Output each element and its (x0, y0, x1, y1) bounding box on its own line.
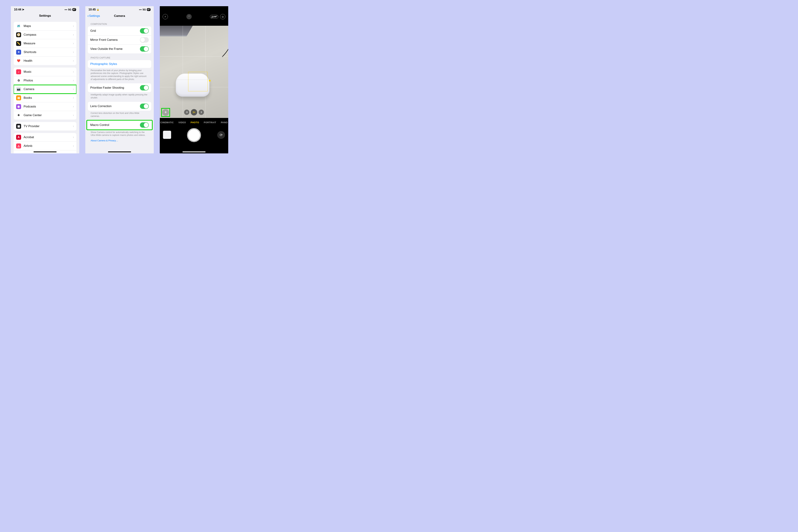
settings-row-tv-provider[interactable]: ▦TV Provider› (14, 122, 76, 131)
flash-off-icon: ⚡︎ (165, 15, 166, 18)
mode-photo[interactable]: PHOTO (191, 121, 199, 124)
chevron-right-icon: › (73, 59, 74, 63)
row-label: Grid (90, 29, 140, 33)
settings-group-utilities: 🗺️Maps›🧭Compass›📏Measure›✦Shortcuts›❤️He… (14, 22, 76, 65)
chevron-right-icon: › (73, 79, 74, 82)
section-header-composition: COMPOSITION (85, 20, 154, 26)
row-label: Measure (24, 42, 73, 45)
row-macro-control[interactable]: Macro Control (88, 120, 151, 130)
flash-off-button[interactable]: ⚡︎ (163, 14, 168, 19)
settings-row-shortcuts[interactable]: ✦Shortcuts› (14, 48, 76, 57)
focus-indicator[interactable] (188, 72, 208, 91)
footer-styles: Personalise the look of your photos by b… (85, 68, 154, 81)
mode-portrait[interactable]: PORTRAIT (204, 121, 216, 124)
row-label: Photographic Styles (90, 62, 117, 66)
row-label: Books (24, 96, 73, 100)
last-photo-thumbnail[interactable] (163, 131, 171, 139)
settings-row-compass[interactable]: 🧭Compass› (14, 31, 76, 39)
home-indicator[interactable] (108, 151, 131, 152)
toggle-mirror[interactable] (140, 37, 149, 42)
photos-icon: ✿ (16, 78, 21, 83)
row-label: Airbnb (24, 144, 73, 148)
expand-controls-button[interactable]: ⌃ (186, 14, 192, 19)
row-photographic-styles[interactable]: Photographic Styles (88, 60, 151, 68)
row-label: Game Center (24, 114, 73, 117)
camera-mode-selector[interactable]: CINEMATIC VIDEO PHOTO PORTRAIT PANO (160, 119, 228, 126)
toggle-lens[interactable] (140, 103, 149, 109)
row-lens-correction[interactable]: Lens Correction (88, 102, 151, 111)
chevron-right-icon: › (73, 113, 74, 117)
row-view-outside[interactable]: View Outside the Frame (88, 44, 151, 53)
settings-row-game-center[interactable]: ❖Game Center› (14, 111, 76, 119)
acrobat-icon: A (16, 135, 21, 140)
zoom-1x[interactable]: 1× (191, 109, 197, 115)
exposure-sun-icon[interactable] (209, 80, 211, 81)
row-label: TV Provider (24, 125, 73, 128)
footer-faster: Intelligently adapt image quality when r… (85, 92, 154, 99)
toggle-faster[interactable] (140, 85, 149, 91)
live-photo-off-button[interactable]: ◎ (220, 14, 225, 19)
maps-icon: 🗺️ (16, 24, 21, 28)
zoom-0-5x[interactable]: .5 (184, 110, 189, 115)
status-time: 10:44 (14, 8, 21, 11)
row-label: Mirror Front Camera (90, 38, 140, 42)
chevron-right-icon: › (73, 144, 74, 148)
settings-row-camera[interactable]: 📷Camera› (14, 85, 76, 94)
home-indicator[interactable] (183, 151, 206, 152)
zoom-3x[interactable]: 3 (198, 110, 204, 115)
network-label: 5G (68, 8, 72, 11)
camera-icon: 📷 (16, 87, 21, 92)
settings-row-airbnb[interactable]: ◬Airbnb› (14, 142, 76, 150)
mode-video[interactable]: VIDEO (178, 121, 186, 124)
settings-group-media: ♪Music›✿Photos›📷Camera›▤Books›◉Podcasts›… (14, 68, 76, 119)
macro-flower-icon: ⚘ (164, 111, 167, 114)
zoom-selector[interactable]: .5 1× 3 (184, 109, 204, 115)
row-label: Camera (24, 88, 73, 91)
row-label: Macro Control (90, 123, 140, 127)
settings-row-podcasts[interactable]: ◉Podcasts› (14, 102, 76, 111)
row-label: Photos (24, 79, 73, 82)
status-bar: 10:44 ➤ ▪▪▪ 5G 87 (11, 6, 79, 11)
location-icon: ➤ (22, 8, 24, 11)
section-header-capture: PHOTO CAPTURE (85, 53, 154, 60)
macro-mode-button[interactable]: ⚘ (162, 109, 169, 116)
row-label: Music (24, 70, 73, 74)
camera-viewfinder[interactable]: ⚘ .5 1× 3 (160, 26, 228, 118)
macro-control-group: Macro Control (88, 120, 151, 130)
camera-top-bar: ⚡︎ ⌃ RAW ◎ (160, 6, 228, 26)
toggle-view-outside[interactable] (140, 46, 149, 52)
settings-row-health[interactable]: ❤️Health› (14, 57, 76, 65)
camera-bottom-bar: ⟳ (160, 126, 228, 152)
raw-toggle-button[interactable]: RAW (210, 15, 218, 18)
battery-level: 87 (72, 8, 76, 11)
mode-cinematic[interactable]: CINEMATIC (160, 121, 174, 124)
chevron-right-icon: › (73, 96, 74, 100)
chevron-right-icon: › (73, 41, 74, 45)
settings-row-photos[interactable]: ✿Photos› (14, 76, 76, 85)
mode-pano[interactable]: PANO (221, 121, 228, 124)
settings-row-maps[interactable]: 🗺️Maps› (14, 22, 76, 31)
row-faster-shooting[interactable]: Prioritise Faster Shooting (88, 83, 151, 92)
home-indicator[interactable] (34, 151, 57, 152)
faster-shooting-group: Prioritise Faster Shooting (88, 83, 151, 92)
switch-camera-button[interactable]: ⟳ (217, 131, 225, 139)
game-center-icon: ❖ (16, 113, 21, 118)
row-grid[interactable]: Grid (88, 26, 151, 36)
row-mirror-front[interactable]: Mirror Front Camera (88, 36, 151, 44)
privacy-link[interactable]: About Camera & Privacy… (85, 137, 154, 144)
settings-row-measure[interactable]: 📏Measure› (14, 39, 76, 48)
page-title: Camera (85, 14, 154, 18)
tv-provider-icon: ▦ (16, 124, 21, 129)
settings-row-acrobat[interactable]: AAcrobat› (14, 133, 76, 142)
health-icon: ❤️ (16, 58, 21, 63)
settings-row-music[interactable]: ♪Music› (14, 68, 76, 76)
toggle-macro[interactable] (140, 122, 149, 128)
airbnb-icon: ◬ (16, 144, 21, 148)
shutter-button[interactable] (188, 129, 200, 141)
photographic-styles-group: Photographic Styles (88, 60, 151, 68)
row-label: Maps (24, 24, 73, 28)
podcasts-icon: ◉ (16, 104, 21, 109)
row-label: Lens Correction (90, 104, 140, 108)
toggle-grid[interactable] (140, 28, 149, 34)
settings-row-books[interactable]: ▤Books› (14, 94, 76, 102)
